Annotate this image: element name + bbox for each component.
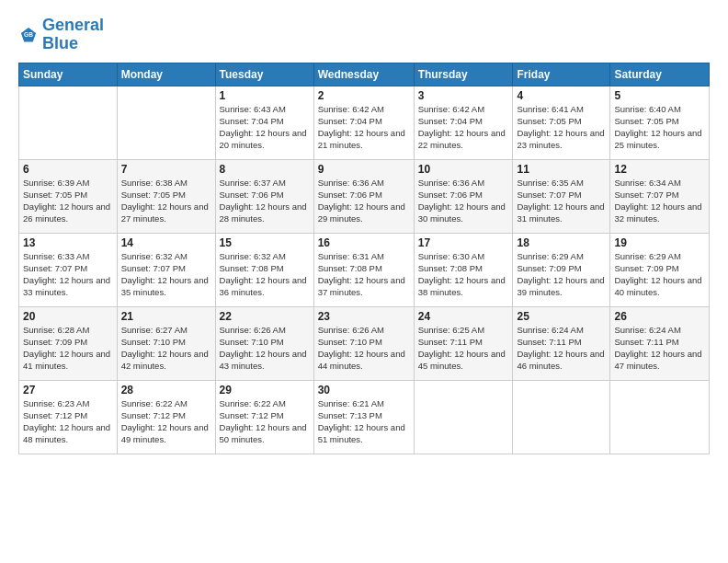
day-number: 27 bbox=[23, 384, 113, 396]
day-number: 4 bbox=[517, 89, 606, 102]
day-number: 5 bbox=[614, 89, 705, 102]
day-cell: 18Sunrise: 6:29 AM Sunset: 7:09 PM Dayli… bbox=[513, 233, 610, 306]
day-cell: 15Sunrise: 6:32 AM Sunset: 7:08 PM Dayli… bbox=[215, 233, 313, 306]
day-header-saturday: Saturday bbox=[610, 63, 710, 86]
day-cell: 30Sunrise: 6:21 AM Sunset: 7:13 PM Dayli… bbox=[313, 380, 414, 454]
day-info: Sunrise: 6:21 AM Sunset: 7:13 PM Dayligh… bbox=[318, 397, 410, 446]
day-info: Sunrise: 6:36 AM Sunset: 7:06 PM Dayligh… bbox=[418, 177, 509, 225]
day-cell: 19Sunrise: 6:29 AM Sunset: 7:09 PM Dayli… bbox=[610, 233, 710, 306]
day-number: 17 bbox=[418, 236, 509, 249]
week-row-5: 27Sunrise: 6:23 AM Sunset: 7:12 PM Dayli… bbox=[19, 380, 710, 454]
day-header-monday: Monday bbox=[117, 63, 215, 86]
svg-text:GB: GB bbox=[24, 31, 33, 38]
day-info: Sunrise: 6:32 AM Sunset: 7:07 PM Dayligh… bbox=[121, 250, 211, 299]
day-cell: 17Sunrise: 6:30 AM Sunset: 7:08 PM Dayli… bbox=[414, 233, 513, 306]
day-info: Sunrise: 6:37 AM Sunset: 7:06 PM Dayligh… bbox=[220, 177, 310, 225]
day-info: Sunrise: 6:24 AM Sunset: 7:11 PM Dayligh… bbox=[517, 324, 606, 373]
day-number: 2 bbox=[318, 89, 410, 102]
day-number: 28 bbox=[121, 384, 211, 396]
day-number: 19 bbox=[614, 236, 705, 249]
day-info: Sunrise: 6:30 AM Sunset: 7:08 PM Dayligh… bbox=[418, 250, 509, 299]
day-info: Sunrise: 6:39 AM Sunset: 7:05 PM Dayligh… bbox=[23, 177, 113, 225]
day-cell: 20Sunrise: 6:28 AM Sunset: 7:09 PM Dayli… bbox=[19, 306, 118, 380]
day-cell bbox=[513, 380, 610, 454]
day-cell bbox=[414, 380, 513, 454]
day-info: Sunrise: 6:42 AM Sunset: 7:04 PM Dayligh… bbox=[318, 103, 410, 152]
day-cell: 3Sunrise: 6:42 AM Sunset: 7:04 PM Daylig… bbox=[414, 86, 513, 159]
day-info: Sunrise: 6:26 AM Sunset: 7:10 PM Dayligh… bbox=[318, 324, 410, 373]
day-info: Sunrise: 6:22 AM Sunset: 7:12 PM Dayligh… bbox=[121, 397, 211, 446]
logo-text2: Blue bbox=[42, 35, 104, 53]
day-number: 3 bbox=[418, 89, 509, 102]
week-row-3: 13Sunrise: 6:33 AM Sunset: 7:07 PM Dayli… bbox=[19, 233, 710, 306]
day-number: 18 bbox=[517, 236, 606, 249]
day-number: 21 bbox=[121, 310, 211, 323]
day-cell: 23Sunrise: 6:26 AM Sunset: 7:10 PM Dayli… bbox=[313, 306, 414, 380]
day-number: 24 bbox=[418, 310, 509, 323]
day-cell bbox=[19, 86, 118, 159]
day-number: 7 bbox=[121, 163, 211, 176]
day-number: 30 bbox=[318, 384, 410, 396]
calendar-header-row: SundayMondayTuesdayWednesdayThursdayFrid… bbox=[19, 63, 710, 86]
day-cell bbox=[610, 380, 710, 454]
day-header-tuesday: Tuesday bbox=[215, 63, 313, 86]
day-info: Sunrise: 6:24 AM Sunset: 7:11 PM Dayligh… bbox=[614, 324, 705, 373]
day-cell: 29Sunrise: 6:22 AM Sunset: 7:12 PM Dayli… bbox=[215, 380, 313, 454]
day-cell: 1Sunrise: 6:43 AM Sunset: 7:04 PM Daylig… bbox=[215, 86, 313, 159]
day-info: Sunrise: 6:23 AM Sunset: 7:12 PM Dayligh… bbox=[23, 397, 113, 446]
day-info: Sunrise: 6:27 AM Sunset: 7:10 PM Dayligh… bbox=[121, 324, 211, 373]
day-info: Sunrise: 6:29 AM Sunset: 7:09 PM Dayligh… bbox=[614, 250, 705, 299]
day-info: Sunrise: 6:29 AM Sunset: 7:09 PM Dayligh… bbox=[517, 250, 606, 299]
day-number: 6 bbox=[23, 163, 113, 176]
day-header-sunday: Sunday bbox=[19, 63, 118, 86]
day-info: Sunrise: 6:42 AM Sunset: 7:04 PM Dayligh… bbox=[418, 103, 509, 152]
day-cell: 25Sunrise: 6:24 AM Sunset: 7:11 PM Dayli… bbox=[513, 306, 610, 380]
week-row-2: 6Sunrise: 6:39 AM Sunset: 7:05 PM Daylig… bbox=[19, 159, 710, 233]
logo-icon: GB bbox=[18, 25, 39, 45]
day-cell: 16Sunrise: 6:31 AM Sunset: 7:08 PM Dayli… bbox=[313, 233, 414, 306]
day-info: Sunrise: 6:34 AM Sunset: 7:07 PM Dayligh… bbox=[614, 177, 705, 225]
day-cell: 7Sunrise: 6:38 AM Sunset: 7:05 PM Daylig… bbox=[117, 159, 215, 233]
day-cell: 26Sunrise: 6:24 AM Sunset: 7:11 PM Dayli… bbox=[610, 306, 710, 380]
day-header-thursday: Thursday bbox=[414, 63, 513, 86]
day-number: 8 bbox=[220, 163, 310, 176]
day-number: 16 bbox=[318, 236, 410, 249]
day-cell: 27Sunrise: 6:23 AM Sunset: 7:12 PM Dayli… bbox=[19, 380, 118, 454]
day-info: Sunrise: 6:22 AM Sunset: 7:12 PM Dayligh… bbox=[220, 397, 310, 446]
day-cell: 5Sunrise: 6:40 AM Sunset: 7:05 PM Daylig… bbox=[610, 86, 710, 159]
day-number: 20 bbox=[23, 310, 113, 323]
day-number: 9 bbox=[318, 163, 410, 176]
day-number: 15 bbox=[220, 236, 310, 249]
day-number: 22 bbox=[220, 310, 310, 323]
day-info: Sunrise: 6:28 AM Sunset: 7:09 PM Dayligh… bbox=[23, 324, 113, 373]
day-cell: 28Sunrise: 6:22 AM Sunset: 7:12 PM Dayli… bbox=[117, 380, 215, 454]
day-header-friday: Friday bbox=[513, 63, 610, 86]
week-row-4: 20Sunrise: 6:28 AM Sunset: 7:09 PM Dayli… bbox=[19, 306, 710, 380]
day-cell: 21Sunrise: 6:27 AM Sunset: 7:10 PM Dayli… bbox=[117, 306, 215, 380]
day-info: Sunrise: 6:32 AM Sunset: 7:08 PM Dayligh… bbox=[220, 250, 310, 299]
day-info: Sunrise: 6:25 AM Sunset: 7:11 PM Dayligh… bbox=[418, 324, 509, 373]
day-info: Sunrise: 6:43 AM Sunset: 7:04 PM Dayligh… bbox=[220, 103, 310, 152]
day-number: 13 bbox=[23, 236, 113, 249]
week-row-1: 1Sunrise: 6:43 AM Sunset: 7:04 PM Daylig… bbox=[19, 86, 710, 159]
day-cell: 8Sunrise: 6:37 AM Sunset: 7:06 PM Daylig… bbox=[215, 159, 313, 233]
day-cell: 22Sunrise: 6:26 AM Sunset: 7:10 PM Dayli… bbox=[215, 306, 313, 380]
day-cell: 13Sunrise: 6:33 AM Sunset: 7:07 PM Dayli… bbox=[19, 233, 118, 306]
day-cell: 2Sunrise: 6:42 AM Sunset: 7:04 PM Daylig… bbox=[313, 86, 414, 159]
day-info: Sunrise: 6:36 AM Sunset: 7:06 PM Dayligh… bbox=[318, 177, 410, 225]
day-header-wednesday: Wednesday bbox=[313, 63, 414, 86]
logo-text: General bbox=[42, 17, 104, 35]
page-header: GB General Blue bbox=[18, 17, 710, 53]
day-cell: 10Sunrise: 6:36 AM Sunset: 7:06 PM Dayli… bbox=[414, 159, 513, 233]
day-cell: 24Sunrise: 6:25 AM Sunset: 7:11 PM Dayli… bbox=[414, 306, 513, 380]
day-cell: 14Sunrise: 6:32 AM Sunset: 7:07 PM Dayli… bbox=[117, 233, 215, 306]
day-number: 23 bbox=[318, 310, 410, 323]
day-cell: 4Sunrise: 6:41 AM Sunset: 7:05 PM Daylig… bbox=[513, 86, 610, 159]
day-number: 25 bbox=[517, 310, 606, 323]
day-cell: 9Sunrise: 6:36 AM Sunset: 7:06 PM Daylig… bbox=[313, 159, 414, 233]
day-info: Sunrise: 6:40 AM Sunset: 7:05 PM Dayligh… bbox=[614, 103, 705, 152]
day-info: Sunrise: 6:33 AM Sunset: 7:07 PM Dayligh… bbox=[23, 250, 113, 299]
day-cell: 12Sunrise: 6:34 AM Sunset: 7:07 PM Dayli… bbox=[610, 159, 710, 233]
day-cell: 6Sunrise: 6:39 AM Sunset: 7:05 PM Daylig… bbox=[19, 159, 118, 233]
day-number: 10 bbox=[418, 163, 509, 176]
